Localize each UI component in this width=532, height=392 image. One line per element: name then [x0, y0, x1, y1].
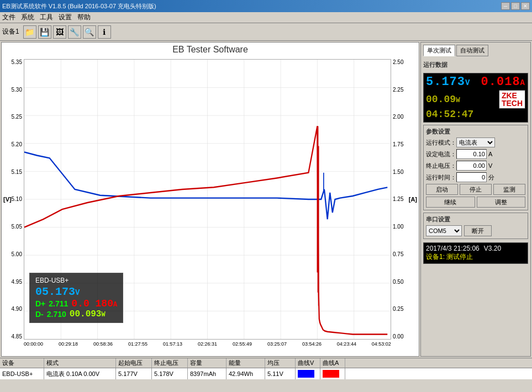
th-energy: 能量 — [227, 358, 265, 368]
overlay-power: 00.093W — [70, 309, 106, 319]
th-start-v: 起始电压 — [116, 358, 152, 368]
chart-area: EB Tester Software ZKETECH [V] [A] 5.35 … — [1, 42, 419, 357]
com-select[interactable]: COM5 — [426, 225, 462, 236]
end-voltage-row: 终止电压： V — [426, 161, 525, 171]
menu-settings[interactable]: 设置 — [59, 13, 72, 22]
overlay-current: 0.0 180A — [71, 298, 117, 309]
serial-row: COM5 断开 — [426, 225, 525, 236]
power-display: 00.09W — [426, 94, 460, 105]
mode-label: 运行模式： — [426, 139, 456, 147]
cell-device: EBD-USB+ — [0, 368, 44, 379]
maximize-button[interactable]: □ — [511, 2, 520, 10]
overlay-dp-value: 2.711 — [49, 299, 68, 308]
current-set-row: 设定电流： A — [426, 149, 525, 159]
panel-tabs: 单次测试 自动测试 — [423, 45, 528, 56]
params-label: 参数设置 — [426, 128, 525, 136]
mode-row: 运行模式： 电流表 — [426, 137, 525, 147]
table-row: EBD-USB+ 电流表 0.10A 0.00V 5.177V 5.178V 8… — [0, 368, 532, 379]
cell-energy: 42.94Wh — [227, 368, 265, 379]
menu-tools[interactable]: 工具 — [40, 13, 53, 22]
run-data-box: 5.173V 0.018A 00.09W ZKE TECH 04:52:47 — [423, 73, 528, 123]
chart-title: EB Tester Software — [2, 43, 419, 57]
current-display: 0.018A — [481, 76, 525, 89]
th-curve-a: 曲线A — [320, 358, 345, 368]
zke-logo: ZKE TECH — [499, 90, 525, 109]
run-data-label: 运行数据 — [423, 61, 528, 69]
image-icon[interactable]: 🖼 — [53, 25, 66, 39]
current-set-unit: A — [488, 151, 492, 157]
cell-start-v: 5.177V — [116, 368, 152, 379]
cell-curve-a — [320, 368, 345, 379]
stop-button[interactable]: 停止 — [460, 184, 492, 195]
status-ver: V3.20 — [484, 245, 501, 252]
current-set-label: 设定电流： — [426, 150, 456, 158]
menu-file[interactable]: 文件 — [2, 13, 15, 22]
close-button[interactable]: ✕ — [521, 2, 530, 10]
overlay-dp-label: D+ — [35, 299, 45, 308]
overlay-voltage: 05.173V — [35, 285, 80, 298]
status-box: 2017/4/3 21:25:06 V3.20 设备1: 测试停止 — [423, 242, 528, 264]
start-button[interactable]: 启动 — [426, 184, 458, 195]
cell-curve-v — [296, 368, 320, 379]
x-axis: 00:00:00 00:29:18 00:58:36 01:27:55 01:5… — [24, 340, 391, 356]
th-avg-v: 均压 — [265, 358, 296, 368]
status-msg: 设备1: 测试停止 — [426, 252, 525, 262]
voltage-current-row: 5.173V 0.018A — [426, 76, 525, 89]
control-buttons-row1: 启动 停止 监测 — [426, 184, 525, 195]
voltage-display: 5.173V — [426, 76, 470, 89]
cell-avg-v: 5.11V — [265, 368, 296, 379]
cell-capacity: 8397mAh — [188, 368, 227, 379]
right-panel: 单次测试 自动测试 运行数据 5.173V 0.018A 00.09W ZKE … — [420, 42, 531, 357]
end-voltage-input[interactable] — [456, 161, 487, 171]
window-title: EB测试系统软件 V1.8.5 (Build 2016-03-07 充电头特别版… — [2, 2, 156, 10]
curve-a-swatch — [323, 370, 339, 378]
chart-overlay: EBD-USB+ 05.173V D+ 2.711 0.0 180A D- 2.… — [29, 273, 123, 323]
save-icon[interactable]: 💾 — [38, 25, 51, 39]
device-label: 设备1 — [2, 27, 19, 36]
cell-mode: 电流表 0.10A 0.00V — [44, 368, 116, 379]
control-buttons-row2: 继续 调整 — [426, 197, 525, 208]
bottom-table: 设备 模式 起始电压 终止电压 容量 能量 均压 曲线V 曲线A EBD-USB… — [0, 358, 532, 380]
current-set-input[interactable] — [456, 149, 487, 159]
settings-icon[interactable]: 🔧 — [68, 25, 81, 39]
run-time-input[interactable] — [456, 172, 487, 182]
table-header: 设备 模式 起始电压 终止电压 容量 能量 均压 曲线V 曲线A — [0, 358, 532, 368]
end-voltage-label: 终止电压： — [426, 162, 456, 170]
curve-v-swatch — [298, 370, 314, 378]
serial-label: 串口设置 — [426, 215, 525, 224]
continue-button[interactable]: 继续 — [426, 197, 475, 208]
menu-bar: 文件 系统 工具 设置 帮助 — [0, 12, 532, 23]
th-device: 设备 — [0, 358, 44, 368]
menu-system[interactable]: 系统 — [21, 13, 34, 22]
y-axis-right: 2.50 2.25 2.00 1.75 1.50 1.25 1.00 0.75 … — [391, 59, 419, 340]
end-voltage-unit: V — [488, 162, 492, 169]
params-section: 参数设置 运行模式： 电流表 设定电流： A 终止电压： V 运行时间： 分 — [423, 125, 528, 210]
minimize-button[interactable]: ─ — [501, 2, 510, 10]
adjust-button[interactable]: 调整 — [477, 197, 526, 208]
cell-end-v: 5.178V — [152, 368, 188, 379]
time-display: 04:52:47 — [426, 109, 525, 120]
overlay-dm-label: D- — [35, 310, 44, 319]
title-bar: EB测试系统软件 V1.8.5 (Build 2016-03-07 充电头特别版… — [0, 0, 532, 12]
run-time-label: 运行时间： — [426, 173, 456, 182]
overlay-dm-value: 2.710 — [47, 310, 66, 319]
serial-section: 串口设置 COM5 断开 — [423, 213, 528, 239]
tab-auto-test[interactable]: 自动测试 — [456, 45, 488, 56]
main-content: EB Tester Software ZKETECH [V] [A] 5.35 … — [0, 41, 532, 358]
disconnect-button[interactable]: 断开 — [464, 225, 492, 236]
window-controls: ─ □ ✕ — [501, 2, 530, 10]
th-mode: 模式 — [44, 358, 116, 368]
tab-single-test[interactable]: 单次测试 — [423, 45, 455, 56]
th-capacity: 容量 — [188, 358, 227, 368]
status-time: 2017/4/3 21:25:06 — [426, 245, 480, 252]
toolbar: 设备1 📁 💾 🖼 🔧 🔍 ℹ — [0, 23, 532, 41]
open-icon[interactable]: 📁 — [23, 25, 36, 39]
th-curve-v: 曲线V — [296, 358, 320, 368]
menu-help[interactable]: 帮助 — [77, 13, 91, 22]
search-icon[interactable]: 🔍 — [83, 25, 96, 39]
y-axis-left: 5.35 5.30 5.25 5.20 5.15 5.10 5.05 5.00 … — [2, 59, 24, 340]
info-icon[interactable]: ℹ — [98, 25, 111, 39]
run-time-unit: 分 — [488, 173, 494, 182]
monitor-button[interactable]: 监测 — [493, 184, 525, 195]
mode-select[interactable]: 电流表 — [456, 137, 495, 147]
